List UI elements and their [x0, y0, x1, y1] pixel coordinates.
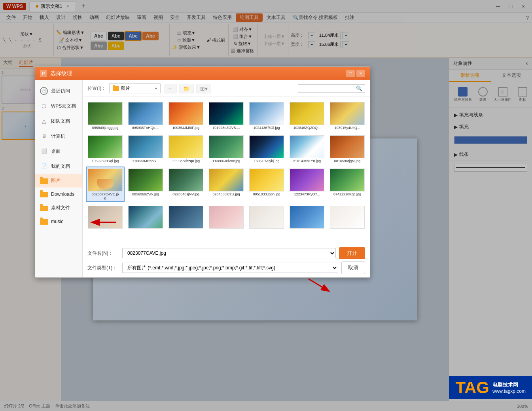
- dialog-title: 选择纹理: [50, 70, 72, 77]
- nav-pictures[interactable]: 图片: [35, 174, 82, 188]
- dialog-titlebar: P 选择纹理 □ ×: [35, 67, 370, 80]
- filename-input[interactable]: 0823077CAVE.jpg: [122, 248, 336, 258]
- file-item[interactable]: 095849jLngg.jpg: [86, 100, 125, 132]
- file-item[interactable]: 0928548sjNV.jpg: [167, 167, 205, 202]
- location-dropdown[interactable]: 图片 ▾: [109, 83, 161, 93]
- pictures-folder-icon: [40, 178, 48, 184]
- nav-material[interactable]: 素材文件: [35, 201, 82, 215]
- file-name: 103915y4UkQ...: [334, 126, 360, 130]
- file-item[interactable]: 0934380lCzU.jpg: [207, 167, 246, 202]
- dialog-close-btn[interactable]: ×: [356, 70, 365, 77]
- file-item[interactable]: 1223473RyOT...: [288, 167, 326, 202]
- file-name: 101928eZOVS....: [212, 126, 240, 130]
- file-name: 105923O1Yqi.jpg: [92, 159, 119, 163]
- view-toggle-btn[interactable]: ⊞▾: [197, 84, 211, 93]
- file-name: 095849jLngg.jpg: [92, 126, 119, 130]
- file-item[interactable]: [328, 204, 367, 231]
- file-item[interactable]: 163513v5ykj.jpg: [247, 133, 286, 165]
- nav-cloud-label: WPS云文档: [51, 103, 76, 110]
- dialog-overlay: P 选择纹理 □ × 🕐 最近访问 ⬡ WPS云文档: [0, 0, 532, 411]
- new-folder-btn[interactable]: 📁: [180, 84, 193, 93]
- file-item[interactable]: 111127Abzq8.jpg: [167, 133, 205, 165]
- selected-file-name: 0823077CAVE.jpg: [92, 192, 119, 200]
- cloud-icon: ⬡: [40, 102, 48, 110]
- file-name: 102846ZQZDQ...: [293, 126, 320, 130]
- file-item[interactable]: 0856068ZVrk.jpg: [126, 167, 165, 202]
- nav-desktop[interactable]: ⬜ 桌面: [35, 144, 82, 159]
- dialog-title-icon: P: [40, 70, 47, 77]
- file-item[interactable]: [167, 204, 205, 231]
- file-item[interactable]: 110633MReoS...: [126, 133, 165, 165]
- file-item[interactable]: 101928eZOVS....: [207, 100, 246, 132]
- filename-label: 文件名(N)：: [87, 250, 119, 257]
- watermark: TAG 电脑技术网 www.tagxp.com: [449, 376, 532, 399]
- file-name: 110633MReoS...: [132, 159, 159, 163]
- nav-recent-label: 最近访问: [51, 88, 70, 95]
- search-icon: 🔍: [356, 85, 362, 91]
- file-item[interactable]: 210143cb1Y8.jpg: [288, 133, 326, 165]
- location-folder-icon: [113, 86, 119, 91]
- file-item[interactable]: [86, 204, 125, 231]
- file-item[interactable]: [247, 204, 286, 231]
- dialog-nav: 🕐 最近访问 ⬡ WPS云文档 △ 团队文档 🖥 计算机 ⬜ 桌: [35, 80, 83, 277]
- file-item[interactable]: [126, 204, 165, 231]
- dialog-file-area: 位置(I)： 图片 ▾ ← 📁 ⊞▾ 🔍: [83, 80, 370, 277]
- computer-icon: 🖥: [40, 132, 48, 140]
- file-item[interactable]: [288, 204, 326, 231]
- nav-pictures-label: 图片: [51, 177, 61, 184]
- nav-back-btn[interactable]: ←: [164, 84, 176, 93]
- nav-wps-cloud[interactable]: ⬡ WPS云文档: [35, 98, 82, 114]
- file-name: 102413Ef5Ol.jpg: [253, 126, 280, 130]
- file-item[interactable]: 100354JM6tF.jpg: [167, 100, 205, 132]
- file-name: 0934380lCzU.jpg: [212, 192, 240, 196]
- file-item[interactable]: 102413Ef5Ol.jpg: [247, 100, 286, 132]
- file-item[interactable]: 113806JeiWw.jpg: [207, 133, 246, 165]
- nav-downloads-label: Downloads: [51, 191, 74, 197]
- nav-mydocs-label: 我的文档: [51, 163, 70, 170]
- file-item[interactable]: 105923O1Yqi.jpg: [86, 133, 125, 165]
- file-name: 095935TnHQo....: [132, 126, 159, 130]
- desktop-icon: ⬜: [40, 147, 48, 155]
- file-name: 163513v5ykj.jpg: [254, 159, 279, 163]
- cancel-button[interactable]: 取消: [341, 261, 365, 274]
- dialog-search-input[interactable]: [301, 86, 356, 91]
- file-item[interactable]: [207, 204, 246, 231]
- file-name: 210143cb1Y8.jpg: [293, 159, 321, 163]
- file-name: 0951033Jpph.jpg: [253, 192, 280, 196]
- material-folder-icon: [40, 206, 48, 211]
- nav-team[interactable]: △ 团队文档: [35, 114, 82, 129]
- file-item[interactable]: 07422218Kqc.jpg: [328, 167, 367, 202]
- location-value: 图片: [121, 85, 130, 92]
- svg-line-3: [309, 279, 328, 291]
- location-label: 位置(I)：: [87, 85, 106, 92]
- open-button[interactable]: 打开: [339, 247, 365, 259]
- dialog-bottom: 文件名(N)： 0823077CAVE.jpg 打开 文件类型(T)： 所有图片…: [83, 244, 370, 277]
- nav-material-label: 素材文件: [51, 205, 70, 211]
- nav-mydocs[interactable]: 📄 我的文档: [35, 159, 82, 174]
- file-name: 111127Abzq8.jpg: [172, 159, 200, 163]
- file-item[interactable]: 102846ZQZDQ...: [288, 100, 326, 132]
- file-name: 1223473RyOT...: [294, 192, 320, 196]
- downloads-folder-icon: [40, 192, 48, 197]
- nav-desktop-label: 桌面: [51, 148, 61, 155]
- nav-downloads[interactable]: Downloads: [35, 188, 82, 201]
- arrow2-indicator: [305, 275, 336, 296]
- nav-recent[interactable]: 🕐 最近访问: [35, 83, 82, 98]
- filetype-select[interactable]: 所有图片 (*.emf;*.wmf;*.jpg;*.jpeg;*.jpe;*.p…: [122, 263, 338, 273]
- search-input-wrapper: 🔍: [298, 84, 365, 93]
- file-item[interactable]: 0816596tjgM.jpg: [328, 133, 367, 165]
- nav-computer[interactable]: 🖥 计算机: [35, 129, 82, 144]
- file-item[interactable]: 0951033Jpph.jpg: [247, 167, 286, 202]
- filetype-label: 文件类型(T)：: [87, 265, 119, 271]
- file-name: 113806JeiWw.jpg: [212, 159, 240, 163]
- nav-music[interactable]: music: [35, 215, 82, 228]
- dialog-maximize-btn[interactable]: □: [346, 70, 355, 77]
- file-item-selected[interactable]: 0823077CAVE.jpg: [86, 167, 125, 202]
- file-name: 0856068ZVrk.jpg: [132, 192, 159, 196]
- nav-music-label: music: [51, 219, 63, 224]
- file-item[interactable]: 095935TnHQo....: [126, 100, 165, 132]
- music-folder-icon: [40, 219, 48, 225]
- doc-icon: 📄: [40, 162, 48, 170]
- file-item[interactable]: 103915y4UkQ...: [328, 100, 367, 132]
- file-name: 07422218Kqc.jpg: [333, 192, 361, 196]
